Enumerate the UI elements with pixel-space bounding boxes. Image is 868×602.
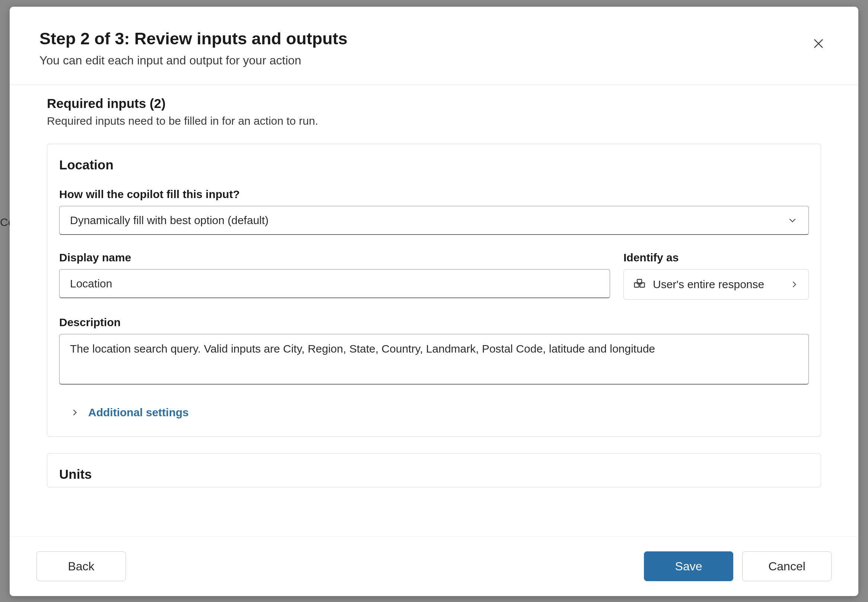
input-card-location: Location How will the copilot fill this … xyxy=(47,144,821,437)
identify-as-picker[interactable]: User's entire response xyxy=(623,269,809,300)
chevron-right-icon xyxy=(789,279,799,290)
display-name-label: Display name xyxy=(59,251,610,264)
required-inputs-section-header: Required inputs (2) Required inputs need… xyxy=(47,96,821,127)
input-card-title: Location xyxy=(59,158,809,172)
modal-header: Step 2 of 3: Review inputs and outputs Y… xyxy=(10,7,858,85)
input-card-units: Units xyxy=(47,453,821,487)
modal-subtitle: You can edit each input and output for y… xyxy=(40,54,348,68)
fill-input-label: How will the copilot fill this input? xyxy=(59,188,809,201)
fill-input-select-value: Dynamically fill with best option (defau… xyxy=(70,214,269,227)
cancel-button[interactable]: Cancel xyxy=(742,551,831,581)
display-name-group: Display name xyxy=(59,251,610,300)
description-group: Description xyxy=(59,316,809,386)
section-subtitle: Required inputs need to be filled in for… xyxy=(47,115,821,127)
review-inputs-modal: Step 2 of 3: Review inputs and outputs Y… xyxy=(10,7,858,596)
entity-icon xyxy=(633,278,646,291)
section-title: Required inputs (2) xyxy=(47,96,821,111)
description-label: Description xyxy=(59,316,809,329)
save-button[interactable]: Save xyxy=(644,551,733,581)
additional-settings-toggle[interactable]: Additional settings xyxy=(70,406,189,419)
description-input[interactable] xyxy=(59,334,809,385)
fill-input-select[interactable]: Dynamically fill with best option (defau… xyxy=(59,206,809,235)
svg-rect-4 xyxy=(637,280,642,284)
modal-footer: Back Save Cancel xyxy=(10,536,858,596)
back-button[interactable]: Back xyxy=(37,551,126,581)
svg-rect-3 xyxy=(640,283,645,287)
close-icon xyxy=(811,37,825,51)
modal-header-text: Step 2 of 3: Review inputs and outputs Y… xyxy=(40,29,348,68)
input-card-title: Units xyxy=(59,467,809,482)
display-identify-row: Display name Identify as User's entire r… xyxy=(59,251,809,300)
chevron-right-icon xyxy=(70,407,80,418)
modal-body: Required inputs (2) Required inputs need… xyxy=(10,85,858,536)
display-name-input[interactable] xyxy=(59,269,610,298)
svg-rect-2 xyxy=(635,283,639,287)
modal-title: Step 2 of 3: Review inputs and outputs xyxy=(40,29,348,48)
identify-as-group: Identify as User's entire response xyxy=(623,251,809,300)
identify-as-value: User's entire response xyxy=(653,278,782,291)
close-button[interactable] xyxy=(808,34,828,55)
identify-as-label: Identify as xyxy=(623,251,809,264)
footer-right-buttons: Save Cancel xyxy=(644,551,831,581)
chevron-down-icon xyxy=(787,215,798,226)
additional-settings-label: Additional settings xyxy=(88,406,189,419)
